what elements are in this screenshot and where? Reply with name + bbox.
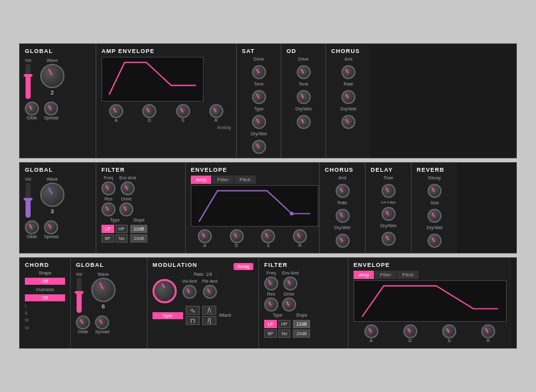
tri-wave-btn[interactable]: /\ — [202, 306, 216, 315]
row3-release-col: R — [481, 324, 495, 344]
sustain-knob[interactable] — [176, 104, 190, 118]
row2-decay-knob[interactable] — [230, 229, 244, 243]
row2-chorus-drywet-knob[interactable] — [336, 234, 350, 248]
chord-i[interactable]: I — [25, 303, 65, 310]
row2-spread-knob[interactable] — [44, 220, 58, 234]
row2-filter-section: FILTER Freq Env Amt Res Drive Type — [96, 163, 186, 253]
row3-wave-col: Wave 6 — [91, 272, 115, 310]
row3-chord-title: CHORD — [25, 262, 65, 268]
row3-release-knob[interactable] — [481, 324, 495, 338]
row3-tab-filter[interactable]: Filter — [375, 271, 396, 279]
row2-reverb-size-knob[interactable] — [428, 209, 442, 223]
no-btn[interactable]: No — [115, 234, 128, 243]
row2-glide-knob[interactable] — [25, 220, 39, 234]
row3-filter-drive-knob[interactable] — [282, 298, 296, 312]
row3-glide-knob[interactable] — [76, 315, 90, 329]
filter-drive-knob[interactable] — [119, 202, 133, 216]
hp-btn[interactable]: HP — [115, 225, 128, 233]
24db-btn[interactable]: 24dB — [130, 234, 147, 243]
row3-sustain-knob[interactable] — [442, 324, 456, 338]
row3-env-tabs: Amp Filter Pitch — [354, 271, 506, 279]
attack-knob[interactable] — [109, 104, 123, 118]
row2-reverb-decay-knob[interactable] — [428, 184, 442, 198]
tab-filter[interactable]: Filter — [212, 176, 234, 184]
synth-row-1: GLOBAL Vol Wave 2 Glide — [19, 43, 517, 158]
chord-ii[interactable]: II — [25, 310, 65, 317]
chorus-amt-knob[interactable] — [341, 65, 355, 79]
decay-knob[interactable] — [142, 104, 156, 118]
row2-attack-knob[interactable] — [198, 229, 212, 243]
row2-delay-drywet-knob[interactable] — [382, 232, 396, 246]
sat-tone-knob[interactable] — [252, 90, 266, 104]
mod-rate-knob[interactable] — [153, 279, 177, 303]
spread-label: Spread — [44, 116, 59, 120]
mod-volamt-col: Vol Amt — [182, 279, 197, 299]
sat-type-knob[interactable] — [252, 115, 266, 129]
mod-fltamt-knob[interactable] — [203, 285, 217, 299]
row3-tab-amp[interactable]: Amp — [354, 271, 374, 279]
row2-glide-spread-row: Glide Spread — [25, 220, 91, 240]
retrig-btn[interactable]: Retrig — [234, 263, 253, 270]
tab-amp[interactable]: Amp — [191, 176, 211, 184]
row3-12db-btn[interactable]: 12dB — [293, 320, 309, 328]
row3-wave-knob[interactable] — [91, 278, 115, 302]
od-tone-knob[interactable] — [297, 90, 311, 104]
row2-delay-time-knob[interactable] — [382, 184, 396, 198]
sync-btn[interactable]: Sync — [153, 312, 183, 319]
mod-volamt-knob[interactable] — [182, 285, 197, 299]
row3-filter-freq-knob[interactable] — [264, 276, 278, 290]
chord-iv[interactable]: IV — [25, 324, 65, 331]
sine-wave-btn[interactable]: ∿ — [186, 306, 200, 315]
row3-filter-res-knob[interactable] — [264, 298, 278, 312]
sat-drive-label: Drive — [253, 57, 264, 61]
chord-inv-off-btn[interactable]: Off — [25, 294, 65, 301]
row2-delay-fdbk-knob[interactable] — [382, 207, 396, 221]
square-wave-btn[interactable]: ⊓ — [186, 316, 200, 325]
filter-freq-knob[interactable] — [101, 181, 115, 195]
row3-filter-envamt-knob[interactable] — [283, 276, 297, 290]
row2-wave-knob[interactable] — [40, 183, 64, 207]
row3-envelope-section: ENVELOPE Amp Filter Pitch A D S — [348, 258, 511, 348]
lp-btn[interactable]: LP — [101, 225, 114, 233]
od-drywet-knob[interactable] — [297, 115, 311, 129]
sat-drive-knob[interactable] — [252, 65, 266, 79]
row3-24db-btn[interactable]: 24dB — [293, 329, 309, 338]
row2-release-knob[interactable] — [293, 229, 307, 243]
filter-envamt-knob[interactable] — [121, 181, 135, 195]
row2-envelope-section: ENVELOPE Amp Filter Pitch A D S — [186, 163, 320, 253]
glide-knob[interactable] — [25, 102, 39, 116]
saw-wave-btn[interactable]: /| — [202, 316, 216, 325]
row3-no-btn[interactable]: No — [278, 329, 291, 338]
chord-off-btn[interactable]: Off — [25, 278, 65, 285]
chorus-drywet-knob[interactable] — [341, 115, 355, 129]
row2-reverb-drywet-knob[interactable] — [428, 234, 442, 248]
chord-romans: I II III IV — [25, 303, 65, 331]
od-drive-knob[interactable] — [297, 65, 311, 79]
row3-spread-knob[interactable] — [95, 315, 109, 329]
wave-knob[interactable] — [40, 64, 64, 88]
chorus-rate-knob[interactable] — [341, 90, 355, 104]
sat-drywet-knob[interactable] — [252, 140, 266, 154]
tab-pitch[interactable]: Pitch — [234, 176, 256, 184]
row2-sustain-knob[interactable] — [261, 229, 275, 243]
release-knob[interactable] — [209, 104, 223, 118]
row3-lp-btn[interactable]: LP — [264, 320, 277, 328]
chord-iii[interactable]: III — [25, 317, 65, 324]
row3-attack-knob[interactable] — [364, 324, 378, 338]
row3-filter-type-col: Type LP HP BP No — [264, 313, 290, 338]
row2-env-display — [191, 185, 318, 227]
row3-tab-pitch[interactable]: Pitch — [397, 271, 419, 279]
row3-decay-knob[interactable] — [403, 324, 417, 338]
spread-knob[interactable] — [44, 102, 58, 116]
filter-res-knob[interactable] — [101, 202, 115, 216]
row2-chorus-amt-knob[interactable] — [336, 184, 350, 198]
row3-hp-btn[interactable]: HP — [278, 320, 291, 328]
r-label: R — [214, 118, 218, 123]
row1-od-title: OD — [287, 48, 320, 54]
12db-btn[interactable]: 12dB — [130, 225, 147, 233]
row3-sustain-col: S — [442, 324, 456, 344]
synth-row-3: CHORD Shape Off Inversion Off I II III I… — [19, 257, 517, 349]
bp-btn[interactable]: BP — [101, 234, 114, 243]
row2-chorus-rate-knob[interactable] — [336, 209, 350, 223]
row3-bp-btn[interactable]: BP — [264, 329, 277, 338]
